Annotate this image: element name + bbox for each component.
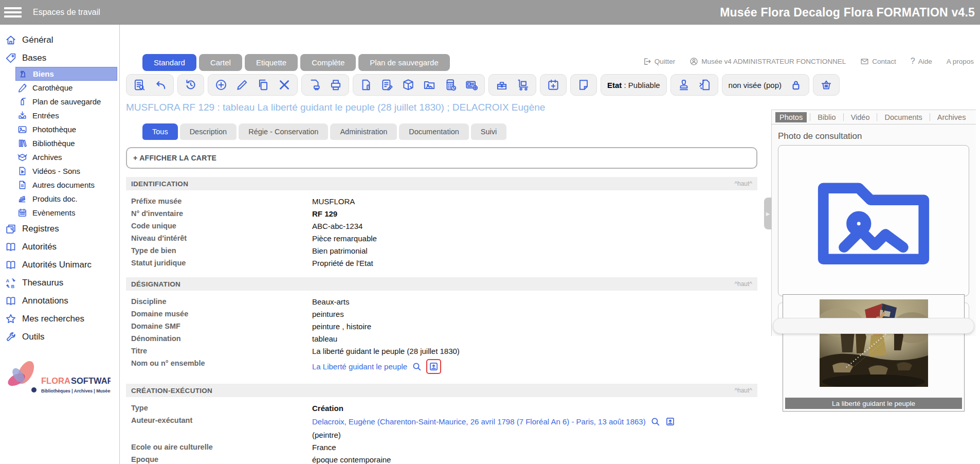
tab-regie-conservation[interactable]: Régie - Conservation	[239, 123, 328, 140]
svg-text:B: B	[11, 283, 14, 288]
delete-button[interactable]	[278, 78, 291, 92]
sidebar-item-label: Annotations	[22, 296, 68, 306]
sidebar-item-autorites-unimarc[interactable]: Autorités Unimarc	[0, 256, 119, 274]
copy-button[interactable]	[257, 78, 270, 92]
list-search-button[interactable]	[133, 78, 146, 92]
video-file-icon	[17, 166, 27, 176]
media-tab-biblio[interactable]: Biblio	[813, 112, 840, 122]
tab-description[interactable]: Description	[180, 123, 237, 140]
tab-cartel[interactable]: Cartel	[199, 54, 242, 71]
search-icon[interactable]	[650, 416, 661, 427]
ensemble-link[interactable]: La Liberté guidant le peuple	[312, 362, 407, 371]
edit-button[interactable]	[235, 78, 249, 92]
lock-icon[interactable]	[789, 78, 803, 92]
sidebar-item-label: Archives	[32, 153, 62, 162]
media-tab-archives[interactable]: Archives	[933, 112, 970, 122]
user-icon	[689, 57, 698, 66]
artwork-thumbnail[interactable]	[820, 299, 928, 387]
sidebar-item-bibliotheque[interactable]: Bibliothèque	[15, 136, 119, 150]
sidebar-item-phototheque[interactable]: Photothèque	[15, 122, 119, 136]
sidebar-item-bases[interactable]: Bases	[0, 49, 119, 67]
back-to-top-link[interactable]: ^haut^	[734, 387, 752, 394]
sidebar-item-entrees[interactable]: Entrées	[15, 109, 119, 122]
tab-suivi[interactable]: Suivi	[471, 123, 506, 140]
history-button[interactable]	[184, 78, 197, 92]
sidebar-item-general[interactable]: Général	[0, 31, 119, 49]
export-box-button[interactable]	[402, 78, 415, 92]
field-row: Ecole ou aire culturelle France	[126, 441, 757, 453]
edit-list-button[interactable]	[380, 78, 394, 92]
id-card-button[interactable]	[465, 78, 478, 92]
help-link[interactable]: ? Aide	[911, 57, 932, 66]
registers-icon	[5, 223, 16, 235]
add-button[interactable]	[214, 78, 228, 92]
toolbox-button[interactable]	[495, 78, 509, 92]
note-button[interactable]	[577, 78, 590, 92]
app-title: Musée Flora Decalog Flora FORMATION v4.5	[720, 6, 975, 20]
books-icon	[17, 138, 27, 148]
sidebar-item-label: Mes recherches	[22, 314, 84, 324]
open-window-icon[interactable]	[665, 416, 676, 427]
field-row: (peintre)	[126, 429, 757, 441]
tab-documentation[interactable]: Documentation	[399, 123, 469, 140]
photo-icon	[17, 124, 27, 134]
open-record-highlighted[interactable]	[426, 359, 441, 374]
calendar-grid-icon	[17, 208, 27, 218]
undo-button[interactable]	[154, 78, 167, 92]
sidebar-item-outils[interactable]: Outils	[0, 328, 119, 346]
field-row: Type de bien Bien patrimonial	[126, 244, 757, 257]
print-record-button[interactable]	[308, 78, 321, 92]
image-folder-icon[interactable]	[783, 150, 965, 292]
collapsed-panel-bar[interactable]	[773, 318, 974, 334]
tab-etiquette[interactable]: Etiquette	[245, 54, 298, 71]
sidebar-item-archives[interactable]: Archives	[15, 150, 119, 164]
sidebar-item-autorites[interactable]: Autorités	[0, 238, 119, 256]
attach-document-button[interactable]	[359, 78, 373, 92]
show-map-toggle[interactable]: + AFFICHER LA CARTE	[126, 147, 757, 169]
workspace-link[interactable]: Espaces de travail	[33, 8, 100, 17]
sidebar-item-produits-doc[interactable]: Produits doc.	[15, 192, 119, 206]
basket-button[interactable]	[820, 78, 833, 92]
photo-box: La liberté guidant le peuple	[778, 145, 969, 296]
sidebar-item-annotations[interactable]: Annotations	[0, 292, 119, 310]
sidebar-item-registres[interactable]: Registres	[0, 220, 119, 238]
sidebar-item-thesaurus[interactable]: AB Thesaurus	[0, 274, 119, 292]
flora-app-window: Espaces de travail Musée Flora Decalog F…	[0, 0, 980, 464]
user-account[interactable]: Musée v4 ADMINISTRATEUR FONCTIONNEL	[689, 57, 846, 66]
calendar-add-button[interactable]	[547, 78, 560, 92]
stamp-button[interactable]	[677, 78, 691, 92]
author-link[interactable]: Delacroix, Eugène (Charenton-Saint-Mauri…	[312, 417, 646, 426]
back-to-top-link[interactable]: ^haut^	[734, 180, 752, 187]
sidebar-item-autres-documents[interactable]: Autres documents	[15, 178, 119, 192]
search-icon[interactable]	[411, 361, 422, 372]
sidebar-item-biens[interactable]: Biens	[15, 67, 117, 81]
record-title: MUSFLORA RF 129 : tableau La liberté gui…	[126, 102, 545, 113]
flora-software-logo: FLORA SOFTWARE Bibliothèques | Archives …	[5, 358, 119, 404]
panel-collapse-handle[interactable]: ▶	[764, 198, 772, 229]
field-row: Epoque époque contemporaine	[126, 453, 757, 464]
tab-administration[interactable]: Administration	[330, 123, 397, 140]
sidebar-item-mes-recherches[interactable]: Mes recherches	[0, 310, 119, 328]
sidebar-item-carotheque[interactable]: Carothèque	[15, 81, 119, 95]
calculator-button[interactable]	[444, 78, 457, 92]
tab-standard[interactable]: Standard	[142, 54, 196, 71]
media-tab-video[interactable]: Vidéo	[847, 112, 874, 122]
wrench-icon	[5, 331, 16, 343]
tab-plan-de-sauvegarde[interactable]: Plan de sauvegarde	[358, 54, 449, 71]
tab-tous[interactable]: Tous	[142, 123, 178, 140]
sidebar-item-evenements[interactable]: Evènements	[15, 206, 119, 220]
media-tab-documents[interactable]: Documents	[880, 112, 926, 122]
hamburger-menu-icon[interactable]	[4, 5, 22, 20]
sidebar-item-plan-de-sauvegarde[interactable]: Plan de sauvegarde	[15, 95, 119, 109]
validate-document-button[interactable]	[698, 78, 712, 92]
about-link[interactable]: A propos	[947, 58, 974, 65]
image-folder-button[interactable]	[423, 78, 436, 92]
trolley-button[interactable]	[516, 78, 530, 92]
sidebar-item-videos-sons[interactable]: Vidéos - Sons	[15, 164, 119, 178]
quit-link[interactable]: Quitter	[643, 57, 676, 66]
contact-link[interactable]: Contact	[860, 57, 896, 66]
back-to-top-link[interactable]: ^haut^	[734, 280, 752, 288]
printer-button[interactable]	[329, 78, 342, 92]
media-tab-photos[interactable]: Photos	[775, 112, 807, 122]
tab-complete[interactable]: Complète	[300, 54, 356, 71]
